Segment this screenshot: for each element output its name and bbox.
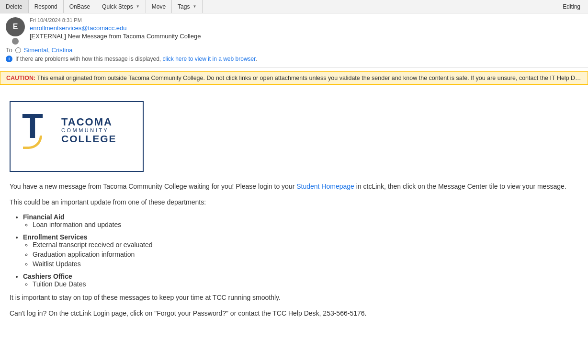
avatar-badge — [12, 38, 19, 45]
dept-financial-aid: Financial Aid Loan information and updat… — [23, 213, 578, 228]
body-paragraph-4: Can't log in? On the ctcLink Login page,… — [10, 308, 578, 318]
toolbar-respond[interactable]: Respond — [29, 0, 64, 13]
student-homepage-link[interactable]: Student Homepage — [296, 182, 354, 190]
logo-text: TACOMA COMMUNITY COLLEGE — [61, 117, 117, 145]
sender-date: Fri 10/4/2024 8:31 PM — [30, 17, 582, 23]
info-row: i If there are problems with how this me… — [6, 56, 582, 65]
move-label: Move — [152, 3, 166, 10]
view-in-browser-link[interactable]: click here to view it in a web browser — [162, 56, 255, 62]
dept-cashiers-office: Cashiers Office Tuition Due Dates — [23, 273, 578, 288]
toolbar-editing[interactable]: Editing — [557, 0, 588, 13]
toolbar-move[interactable]: Move — [146, 0, 172, 13]
caution-banner: CAUTION: This email originated from outs… — [0, 71, 588, 85]
dept-financial-aid-items: Loan information and updates — [33, 221, 578, 228]
sender-row: E Fri 10/4/2024 8:31 PM enrollmentservic… — [6, 17, 582, 45]
toolbar-delete[interactable]: Delete — [0, 0, 29, 13]
dept-enrollment-items: External transcript received or evaluate… — [33, 241, 578, 268]
toolbar: Delete Respond OnBase Quick Steps ▼ Move… — [0, 0, 588, 13]
to-label: To — [6, 46, 12, 54]
body-intro-text: You have a new message from Tacoma Commu… — [10, 182, 296, 190]
list-item: Loan information and updates — [33, 221, 578, 228]
onbase-label: OnBase — [69, 3, 90, 10]
body-intro-end-text: in ctcLink, then click on the Message Ce… — [354, 182, 566, 190]
email-body: T TACOMA COMMUNITY COLLEGE You have a ne… — [0, 89, 588, 334]
info-text: If there are problems with how this mess… — [15, 56, 257, 62]
list-item: Tuition Due Dates — [33, 280, 578, 288]
logo-inner: T TACOMA COMMUNITY COLLEGE — [22, 112, 131, 150]
tags-dropdown-icon: ▼ — [192, 4, 196, 9]
sender-email-row: enrollmentservices@tacomacc.edu — [30, 24, 582, 32]
logo-college: COLLEGE — [61, 133, 117, 145]
email-header: E Fri 10/4/2024 8:31 PM enrollmentservic… — [0, 13, 588, 68]
department-list: Financial Aid Loan information and updat… — [23, 213, 578, 288]
avatar-container: E — [6, 17, 25, 45]
quick-steps-label: Quick Steps — [102, 3, 133, 10]
list-item: Graduation application information — [33, 250, 578, 258]
to-circle-icon — [15, 47, 21, 53]
toolbar-onbase[interactable]: OnBase — [64, 0, 96, 13]
info-icon: i — [6, 56, 12, 62]
body-paragraph-2: This could be an important update from o… — [10, 197, 578, 207]
to-row: To Simental, Cristina — [6, 46, 582, 54]
list-item: Waitlist Updates — [33, 260, 578, 268]
respond-label: Respond — [34, 3, 57, 10]
dept-cashiers-items: Tuition Due Dates — [33, 280, 578, 288]
avatar-initial: E — [13, 23, 18, 31]
body-paragraph-1: You have a new message from Tacoma Commu… — [10, 182, 578, 192]
logo-community: COMMUNITY — [61, 127, 117, 133]
caution-text: This email originated from outside Tacom… — [37, 75, 588, 81]
logo-arc-decoration — [23, 136, 42, 149]
sender-info: Fri 10/4/2024 8:31 PM enrollmentservices… — [30, 17, 582, 40]
dept-name: Enrollment Services — [23, 233, 88, 241]
quick-steps-dropdown-icon: ▼ — [136, 4, 140, 9]
body-paragraph-3: It is important to stay on top of these … — [10, 293, 578, 303]
editing-label: Editing — [563, 3, 580, 10]
email-subject: [EXTERNAL] New Message from Tacoma Commu… — [30, 33, 582, 40]
dept-name: Cashiers Office — [23, 273, 72, 280]
delete-label: Delete — [6, 3, 23, 10]
logo-t-container: T — [22, 112, 55, 150]
caution-label: CAUTION: — [6, 75, 35, 81]
tcc-logo: T TACOMA COMMUNITY COLLEGE — [10, 101, 144, 172]
toolbar-tags[interactable]: Tags ▼ — [172, 0, 203, 13]
tags-label: Tags — [178, 3, 190, 10]
dept-enrollment-services: Enrollment Services External transcript … — [23, 233, 578, 268]
list-item: External transcript received or evaluate… — [33, 241, 578, 249]
sender-avatar: E — [6, 17, 25, 36]
to-recipient[interactable]: Simental, Cristina — [24, 46, 73, 54]
dept-name: Financial Aid — [23, 213, 65, 221]
sender-email-link[interactable]: enrollmentservices@tacomacc.edu — [30, 24, 127, 32]
toolbar-quick-steps[interactable]: Quick Steps ▼ — [96, 0, 146, 13]
logo-tacoma: TACOMA — [61, 117, 117, 127]
